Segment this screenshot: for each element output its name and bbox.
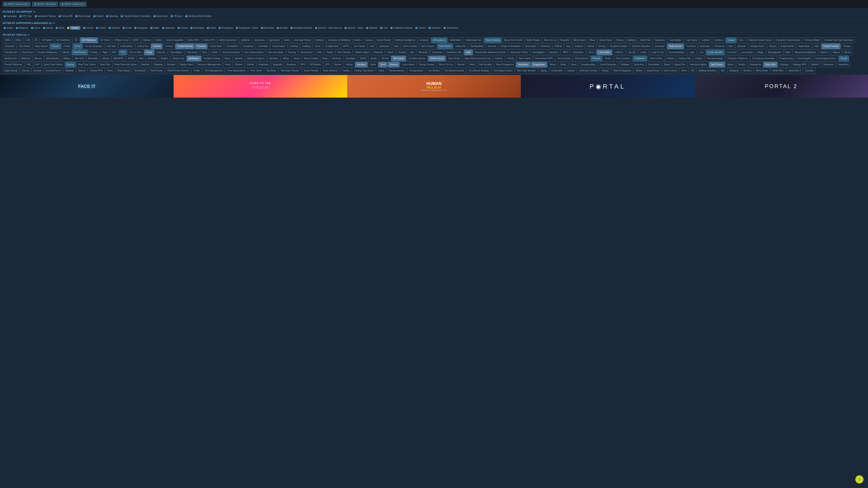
tag-chip[interactable]: RPG (299, 62, 307, 67)
tag-chip[interactable]: Social Deduction (598, 62, 618, 67)
tag-chip[interactable]: Strategy RPG (791, 62, 809, 67)
tag-chip[interactable]: Dragons (573, 43, 585, 49)
tag-chip[interactable]: Underwater (549, 68, 564, 73)
tag-chip[interactable]: Futuristic (155, 50, 168, 55)
tag-chip[interactable]: Rhythm (233, 62, 244, 67)
tag-chip[interactable]: Dystopian (653, 43, 666, 49)
tag-chip[interactable]: Cult Classic (351, 43, 367, 49)
tag-chip[interactable]: Controller (256, 43, 270, 49)
tag-chip[interactable]: World War I (771, 68, 786, 73)
tag-chip[interactable]: Short (467, 62, 476, 67)
tag-chip[interactable]: Surreal (20, 68, 31, 73)
tag-chip[interactable]: Horror (385, 50, 395, 55)
tag-chip[interactable]: Gothic (210, 50, 220, 55)
tag-chip[interactable]: Cold War (105, 43, 118, 49)
tag-chip[interactable]: Music (223, 56, 232, 61)
tag-chip[interactable]: Crafting (301, 43, 312, 49)
tag-chip[interactable]: Conversation (270, 43, 287, 49)
tag-chip[interactable]: FMV (110, 50, 118, 55)
lang-filter-item[interactable]: Portuguese - Brazil (235, 26, 259, 30)
tag-chip[interactable]: Real Time Tactics (76, 62, 98, 67)
tag-chip[interactable]: Battle Royale (525, 37, 541, 43)
tag-chip[interactable]: Interactive Fiction (508, 50, 530, 55)
tag-chip[interactable]: Dating Sim (454, 43, 468, 49)
tag-chip[interactable]: NSFW (358, 56, 368, 61)
tag-chip[interactable]: Multiple Endings (202, 56, 222, 61)
tag-chip[interactable]: Nudity (369, 56, 379, 61)
tag-chip[interactable]: Early Access (667, 43, 684, 49)
lang-filter-item[interactable]: Italian (149, 26, 160, 30)
tag-chip[interactable]: Mars (784, 50, 792, 55)
tag-chip[interactable]: Strategy (778, 62, 790, 67)
tag-chip[interactable]: Economy (684, 43, 698, 49)
tag-chip[interactable]: Resource Management (195, 62, 223, 67)
tag-chip[interactable]: Modern (159, 56, 170, 61)
tag-chip[interactable]: Score Attack (400, 62, 416, 67)
tag-chip[interactable]: Tactical RPG (88, 68, 105, 73)
tag-chip[interactable]: Card Game (684, 37, 700, 43)
tag-chip[interactable]: Fishing (89, 50, 99, 55)
tag-chip[interactable]: Silent Protagonist (494, 62, 515, 67)
lang-filter-item[interactable]: Norwegian (189, 26, 205, 30)
tag-chip[interactable]: Nature (281, 56, 291, 61)
tag-chip[interactable]: LGBTQ+ (613, 50, 625, 55)
tag-chip[interactable]: Choices Matter (803, 37, 822, 43)
tag-chip[interactable]: Word Game (754, 68, 770, 73)
tag-chip[interactable]: Split Screen (709, 62, 725, 67)
tag-chip[interactable]: Deckbuilding (469, 43, 485, 49)
tag-chip[interactable]: Political (665, 56, 676, 61)
tag-chip[interactable]: Submarine (821, 62, 836, 67)
tag-chip[interactable]: Space (662, 62, 672, 67)
tag-chip[interactable]: Dark Humor (437, 43, 453, 49)
tag-chip[interactable]: Atmospheric (431, 37, 447, 43)
tag-chip[interactable]: Local Multiplayer (666, 50, 687, 55)
tag-chip[interactable]: CRPG (341, 43, 351, 49)
tag-chip[interactable]: Wargame (727, 68, 741, 73)
tag-chip[interactable]: VR (689, 68, 696, 73)
tag-chip[interactable]: Artificial Intelligence (394, 37, 417, 43)
tag-chip[interactable]: Ninja (320, 56, 329, 61)
tag-chip[interactable]: Space Sim (673, 62, 687, 67)
tag-chip[interactable]: Automation (448, 37, 463, 43)
tag-chip[interactable]: World War II (786, 68, 803, 73)
vr-filter-item[interactable]: Seated (92, 14, 104, 18)
tag-chip[interactable]: Combat Racing (176, 43, 195, 49)
tag-chip[interactable]: Nonlinear (330, 56, 343, 61)
tag-chip[interactable]: Remake (165, 62, 177, 67)
tag-chip[interactable]: Gun Customization (243, 50, 266, 55)
tag-chip[interactable]: Logic (687, 50, 696, 55)
tag-chip[interactable]: Parkour (493, 56, 505, 61)
tag-chip[interactable]: Turn-Based Tactics (492, 68, 515, 73)
lang-filter-item[interactable]: Portuguese (218, 26, 234, 30)
tag-chip[interactable]: Comedy (195, 43, 207, 49)
tag-chip[interactable]: FPS (119, 50, 127, 55)
vr-filter-item[interactable]: Valve Index (153, 14, 169, 18)
tag-chip[interactable]: Spectacle fighter (688, 62, 708, 67)
vr-filter-item[interactable]: VR (any) (170, 14, 183, 18)
tag-chip[interactable]: Comic Book (208, 43, 224, 49)
tag-chip[interactable]: Dungeon Crawler (608, 43, 629, 49)
tag-chip[interactable]: Physics (591, 56, 602, 61)
tag-chip[interactable]: War (719, 68, 727, 73)
tag-chip[interactable]: Simulation (516, 62, 530, 67)
tag-chip[interactable]: Animation & Modeling (327, 37, 352, 43)
lang-filter-item[interactable]: Czech (30, 26, 41, 30)
tag-chip[interactable]: Experimental (779, 43, 796, 49)
tag-chip[interactable]: Building (626, 37, 638, 43)
tag-chip[interactable]: Farming Sim (3, 50, 19, 55)
tag-chip[interactable]: Character Customization (774, 37, 802, 43)
tag-chip[interactable]: Linear (639, 50, 649, 55)
tag-chip[interactable]: Hidden Object (353, 50, 371, 55)
tag-chip[interactable]: Tactical (76, 68, 87, 73)
tag-chip[interactable]: Mod (137, 56, 145, 61)
tag-chip[interactable]: Precision Platformer (726, 56, 750, 61)
wsgf-widescreen-badge[interactable]: WSGF: Widescreen (60, 2, 86, 6)
tag-chip[interactable]: Trading Card Game (352, 68, 375, 73)
tag-chip[interactable]: Female Protagonist (36, 50, 59, 55)
lang-filter-item[interactable]: Ukrainian (428, 26, 442, 30)
tag-chip[interactable]: Great Soundtrack (220, 50, 242, 55)
tag-chip[interactable]: Clicker (62, 43, 72, 49)
tag-chip[interactable]: Souls-like (632, 62, 646, 67)
tag-chip[interactable]: Hack and Slash (266, 50, 285, 55)
tag-chip[interactable]: First-Person (72, 50, 88, 55)
